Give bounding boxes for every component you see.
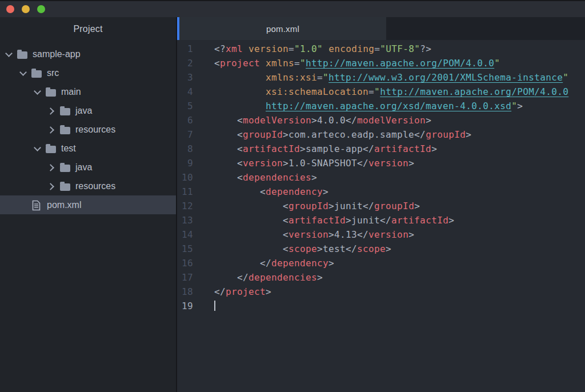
- folder-icon: [46, 87, 56, 97]
- tree-item-src[interactable]: src: [0, 63, 176, 82]
- code-line[interactable]: 19: [177, 299, 585, 313]
- chevron-down-icon[interactable]: [33, 88, 41, 96]
- line-number: 18: [177, 285, 193, 299]
- close-button[interactable]: [6, 5, 14, 13]
- tree-item-label: java: [75, 162, 92, 173]
- folder-icon: [46, 143, 56, 154]
- code-line-content: [214, 299, 215, 313]
- zoom-button[interactable]: [37, 5, 45, 13]
- code-line[interactable]: 8 <artifactId>sample-app</artifactId>: [177, 142, 585, 156]
- code-line[interactable]: 12 <groupId>junit</groupId>: [177, 199, 585, 213]
- tab-pom-xml[interactable]: pom.xml: [179, 17, 386, 40]
- folder-icon: [60, 162, 70, 173]
- code-line[interactable]: 4 xsi:schemaLocation="http://maven.apach…: [177, 85, 585, 99]
- code-line-content: <project xmlns="http://maven.apache.org/…: [214, 56, 500, 70]
- minimize-button[interactable]: [22, 5, 30, 13]
- line-number: 16: [177, 256, 193, 270]
- code-line[interactable]: 11 <dependency>: [177, 185, 585, 199]
- title-bar[interactable]: [0, 0, 585, 17]
- tree-item-label: src: [47, 68, 59, 78]
- code-line[interactable]: 7 <groupId>com.arteco.eadp.sample</group…: [177, 127, 585, 142]
- line-number: 19: [177, 299, 193, 313]
- line-number: 2: [177, 56, 193, 70]
- chevron-right-icon[interactable]: [47, 126, 55, 134]
- tree-item-resources[interactable]: resources: [0, 177, 176, 195]
- line-number: 12: [177, 199, 193, 213]
- editor-pane: pom.xml 1<?xml version="1.0" encoding="U…: [177, 17, 585, 392]
- tree-item-label: sample-app: [33, 49, 81, 59]
- folder-icon: [31, 68, 42, 78]
- tree-item-test[interactable]: test: [0, 139, 176, 158]
- tree-item-pom.xml[interactable]: pom.xml: [0, 195, 176, 214]
- editor-tab-bar: pom.xml: [177, 17, 585, 40]
- chevron-down-icon[interactable]: [33, 145, 41, 153]
- folder-icon: [60, 106, 70, 116]
- code-line[interactable]: 1<?xml version="1.0" encoding="UTF-8"?>: [177, 42, 585, 56]
- code-line-content: <version>4.13</version>: [214, 227, 414, 242]
- code-line-content: </dependency>: [214, 256, 334, 270]
- tree-item-resources[interactable]: resources: [0, 120, 176, 139]
- chevron-down-icon[interactable]: [19, 69, 27, 77]
- tree-item-label: resources: [75, 125, 115, 135]
- code-line[interactable]: 14 <version>4.13</version>: [177, 227, 585, 242]
- line-number: 1: [177, 42, 193, 56]
- code-line[interactable]: 13 <artifactId>junit</artifactId>: [177, 213, 585, 227]
- code-line-content: <?xml version="1.0" encoding="UTF-8"?>: [214, 42, 431, 56]
- tree-item-java[interactable]: java: [0, 101, 176, 120]
- code-line[interactable]: 16 </dependency>: [177, 256, 585, 270]
- code-line[interactable]: 9 <version>1.0-SNAPSHOT</version>: [177, 156, 585, 170]
- line-number: 4: [177, 85, 193, 99]
- code-line-content: xmlns:xsi="http://www.w3.org/2001/XMLSch…: [214, 70, 568, 85]
- tree-item-label: test: [61, 143, 76, 154]
- line-number: 5: [177, 99, 193, 113]
- line-number: 11: [177, 185, 193, 199]
- tree-item-java[interactable]: java: [0, 158, 176, 177]
- tree-item-label: resources: [75, 181, 115, 191]
- code-line[interactable]: 17 </dependencies>: [177, 270, 585, 285]
- line-number: 9: [177, 156, 193, 170]
- tree-item-label: pom.xml: [47, 200, 81, 210]
- tree-item-label: main: [61, 87, 81, 97]
- code-line-content: </project>: [214, 285, 271, 299]
- tree-item-main[interactable]: main: [0, 82, 176, 101]
- folder-icon: [17, 49, 27, 59]
- line-number: 17: [177, 270, 193, 285]
- code-line-content: <groupId>junit</groupId>: [214, 199, 420, 213]
- xml-file-icon: [31, 200, 42, 210]
- tree-item-sample-app[interactable]: sample-app: [0, 45, 176, 63]
- line-number: 3: [177, 70, 193, 85]
- chevron-right-icon[interactable]: [47, 107, 55, 115]
- chevron-right-icon[interactable]: [47, 163, 55, 171]
- ide-window: Project sample-appsrcmainjavaresourceste…: [0, 0, 585, 392]
- code-line[interactable]: 18</project>: [177, 285, 585, 299]
- code-line-content: <artifactId>junit</artifactId>: [214, 213, 454, 227]
- code-line[interactable]: 10 <dependencies>: [177, 170, 585, 185]
- line-number: 8: [177, 142, 193, 156]
- chevron-down-icon[interactable]: [5, 50, 13, 58]
- chevron-spacer: [19, 201, 27, 209]
- code-line[interactable]: 5 http://maven.apache.org/xsd/maven-4.0.…: [177, 99, 585, 113]
- code-line-content: <version>1.0-SNAPSHOT</version>: [214, 156, 414, 170]
- code-line-content: <dependencies>: [214, 170, 317, 185]
- code-line[interactable]: 15 <scope>test</scope>: [177, 242, 585, 256]
- code-editor[interactable]: 1<?xml version="1.0" encoding="UTF-8"?>2…: [177, 40, 585, 392]
- tab-label: pom.xml: [266, 24, 299, 34]
- tree-item-label: java: [75, 106, 92, 116]
- project-panel: Project sample-appsrcmainjavaresourceste…: [0, 17, 177, 392]
- code-line[interactable]: 6 <modelVersion>4.0.0</modelVersion>: [177, 113, 585, 127]
- code-line[interactable]: 2<project xmlns="http://maven.apache.org…: [177, 56, 585, 70]
- folder-icon: [60, 125, 70, 135]
- line-number: 14: [177, 227, 193, 242]
- project-tree: sample-appsrcmainjavaresourcestestjavare…: [0, 41, 176, 214]
- code-line-content: <modelVersion>4.0.0</modelVersion>: [214, 113, 431, 127]
- project-panel-title: Project: [0, 17, 176, 41]
- chevron-right-icon[interactable]: [47, 182, 55, 190]
- code-line-content: <groupId>com.arteco.eadp.sample</groupId…: [214, 127, 471, 142]
- code-line-content: http://maven.apache.org/xsd/maven-4.0.0.…: [214, 99, 523, 113]
- line-number: 6: [177, 113, 193, 127]
- main-area: Project sample-appsrcmainjavaresourceste…: [0, 17, 585, 392]
- line-number: 10: [177, 170, 193, 185]
- code-line-content: <dependency>: [214, 185, 328, 199]
- code-line[interactable]: 3 xmlns:xsi="http://www.w3.org/2001/XMLS…: [177, 70, 585, 85]
- folder-icon: [60, 181, 70, 191]
